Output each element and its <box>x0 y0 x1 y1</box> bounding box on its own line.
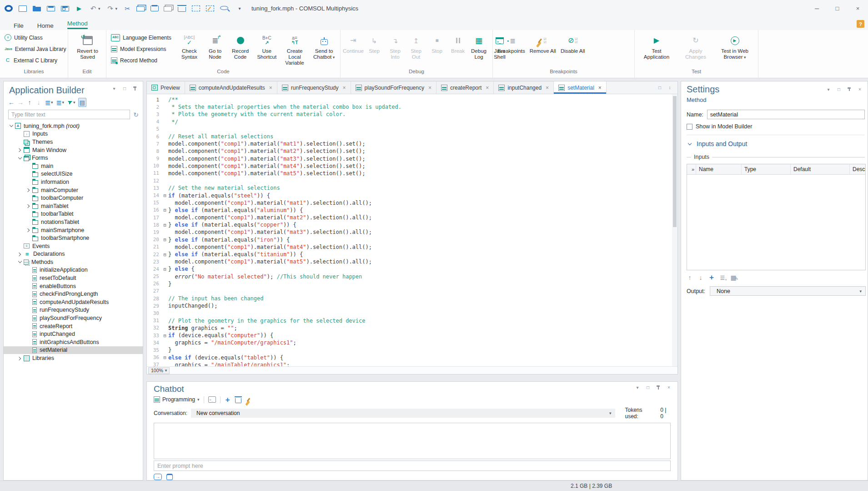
tree-item-maincomputer[interactable]: mainComputer <box>4 186 143 194</box>
output-dropdown[interactable]: None ▾ <box>710 286 866 296</box>
panel-pin-icon[interactable] <box>132 86 138 91</box>
tree-expand-button[interactable]: ▾ <box>56 99 65 106</box>
filter-button[interactable]: ▾ <box>67 100 75 105</box>
delete-conversation-icon[interactable] <box>235 398 241 403</box>
preview-application-button[interactable] <box>61 6 69 11</box>
external-java-library-button[interactable]: External Java Library <box>3 44 68 54</box>
cut-button[interactable] <box>123 5 131 12</box>
chevron-right-icon[interactable] <box>17 251 23 257</box>
language-elements-button[interactable]: Language Elements <box>109 33 173 42</box>
debug-log-button[interactable]: Debug Log <box>469 33 489 60</box>
redo-button[interactable]: ▾ <box>106 5 118 12</box>
fold-collapse-icon[interactable]: ⊟ <box>161 193 168 198</box>
go-to-node-button[interactable]: Go to Node <box>204 33 226 60</box>
check-syntax-button[interactable]: Check Syntax <box>176 33 203 60</box>
close-tab-icon[interactable]: × <box>486 85 489 91</box>
expand-columns-header[interactable] <box>687 164 696 174</box>
tree-item-main[interactable]: main <box>4 162 143 170</box>
show-in-model-builder-checkbox[interactable] <box>687 124 692 130</box>
overflow-button[interactable] <box>236 5 244 12</box>
chevron-right-icon[interactable] <box>17 355 23 361</box>
column-header-name[interactable]: Name <box>696 164 742 174</box>
minimize-button[interactable] <box>807 0 827 17</box>
tab-playsoundforfrequency[interactable]: playSoundForFrequency× <box>351 81 437 94</box>
send-prompt-icon[interactable] <box>154 474 162 480</box>
fold-collapse-icon[interactable]: ⊟ <box>161 223 168 228</box>
conversation-dropdown[interactable]: New conversation ▾ <box>191 409 615 418</box>
tree-item-computeandupdateresults[interactable]: computeAndUpdateResults <box>4 298 143 306</box>
tree-item-resettodefault[interactable]: resetToDefault <box>4 274 143 282</box>
select-frame-button[interactable] <box>192 5 200 11</box>
tree-item-toolbartablet[interactable]: toolbarTablet <box>4 210 143 218</box>
save-button[interactable] <box>47 6 55 11</box>
tree-item-initializeapplication[interactable]: initializeApplication <box>4 266 143 274</box>
panel-close-icon[interactable] <box>666 384 672 391</box>
chevron-right-icon[interactable] <box>25 227 32 233</box>
undo-button[interactable]: ▾ <box>89 5 100 12</box>
chevron-down-icon[interactable] <box>17 155 23 161</box>
paste-button[interactable] <box>151 5 159 11</box>
test-in-web-browser-button[interactable]: Test in Web Browser ▾ <box>716 33 754 61</box>
move-down-button[interactable] <box>35 99 42 106</box>
fold-collapse-icon[interactable]: ⊟ <box>161 267 168 272</box>
tree-item-themes[interactable]: Themes <box>4 138 143 146</box>
move-up-button[interactable] <box>26 99 33 106</box>
chevron-down-icon[interactable] <box>8 123 15 129</box>
panel-menu-icon[interactable] <box>825 86 832 93</box>
fold-collapse-icon[interactable]: ⊟ <box>161 252 168 257</box>
send-to-chatbot-button[interactable]: Send to Chatbot ▾ <box>310 33 338 61</box>
create-local-variable-button[interactable]: Create Local Variable <box>281 33 309 66</box>
maximize-editor-icon[interactable] <box>657 84 663 91</box>
column-header-type[interactable]: Type <box>742 164 791 174</box>
revert-to-saved-button[interactable]: Revert to Saved <box>71 33 104 60</box>
panel-float-icon[interactable] <box>645 384 651 391</box>
record-code-button[interactable]: Record Code <box>227 33 253 60</box>
fold-collapse-icon[interactable]: ⊟ <box>161 208 168 213</box>
maximize-button[interactable] <box>827 0 848 17</box>
model-expressions-button[interactable]: Model Expressions <box>109 44 173 54</box>
chevron-right-icon[interactable] <box>25 187 32 193</box>
tree-item-tuning-fork-mph[interactable]: tuning_fork.mph (root) <box>4 122 143 130</box>
editor-scrollbar[interactable] <box>672 94 677 366</box>
tree-item-information[interactable]: information <box>4 178 143 186</box>
tree-item-inputchanged[interactable]: inputChanged <box>4 330 143 338</box>
clear-selection-button[interactable] <box>206 5 214 11</box>
utility-class-button[interactable]: Utility Class <box>3 33 68 42</box>
tab-home[interactable]: Home <box>37 22 54 30</box>
chevron-down-icon[interactable] <box>17 259 23 265</box>
close-tab-icon[interactable]: × <box>269 85 272 91</box>
method-name-input[interactable] <box>707 110 865 119</box>
fold-collapse-icon[interactable]: ⊟ <box>161 333 168 338</box>
close-tab-icon[interactable]: × <box>428 85 431 91</box>
forward-button[interactable] <box>17 99 24 106</box>
tree-item-mainsmartphone[interactable]: mainSmartphone <box>4 226 143 234</box>
tab-runfrequencystudy[interactable]: runFrequencyStudy× <box>277 81 351 94</box>
tree-item-declarations[interactable]: Declarations <box>4 250 143 258</box>
tab-createreport[interactable]: createReport× <box>437 81 494 94</box>
add-button[interactable] <box>708 273 715 282</box>
details-view-button[interactable] <box>78 98 86 107</box>
scrollbar-thumb[interactable] <box>673 96 677 227</box>
chevron-right-icon[interactable] <box>17 147 23 153</box>
tree-collapse-button[interactable]: ▾ <box>45 99 53 106</box>
move-up-button[interactable] <box>687 273 693 282</box>
close-button[interactable] <box>848 0 868 17</box>
delete-list-button[interactable] <box>719 273 726 282</box>
panel-pin-icon[interactable] <box>846 87 853 92</box>
chatbot-mode-button[interactable]: Programming ▾ <box>154 396 200 403</box>
panel-close-icon[interactable] <box>857 86 863 93</box>
close-tab-icon[interactable]: × <box>598 85 602 91</box>
tree-item-notationstablet[interactable]: notationsTablet <box>4 218 143 226</box>
copy-button[interactable] <box>137 5 145 11</box>
tree-item-main-window[interactable]: Main Window <box>4 146 143 154</box>
remove-all-button[interactable]: Remove All <box>528 33 558 54</box>
chevron-right-icon[interactable] <box>25 203 32 209</box>
external-c-library-button[interactable]: External C Library <box>3 56 68 65</box>
tab-preview[interactable]: Preview <box>147 81 185 94</box>
tab-method[interactable]: Method <box>67 20 88 30</box>
panel-menu-icon[interactable] <box>111 85 117 92</box>
panel-pin-icon[interactable] <box>655 385 662 390</box>
attach-file-icon[interactable] <box>166 474 173 480</box>
fold-collapse-icon[interactable]: ⊟ <box>161 237 168 242</box>
editor-zoom-control[interactable]: 100% ▾ <box>148 367 170 374</box>
